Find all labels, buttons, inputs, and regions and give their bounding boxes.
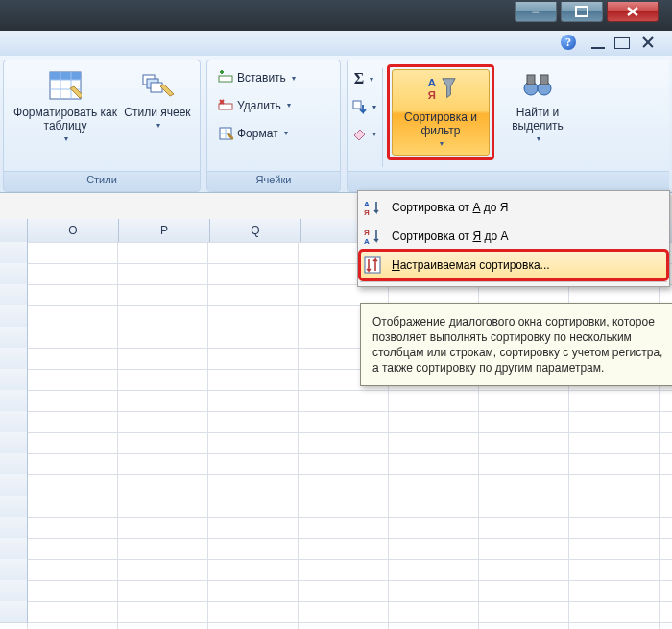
row-header[interactable] [0, 390, 28, 412]
insert-label: Вставить [237, 71, 286, 85]
sort-filter-icon: А Я [424, 74, 457, 107]
ribbon-group-styles-label: Стили [4, 171, 200, 191]
format-as-table-icon [49, 69, 82, 102]
sort-filter-label: Сортировка и фильтр [395, 110, 487, 137]
format-icon [218, 126, 233, 141]
custom-sort-icon [363, 255, 382, 275]
menu-sort-za[interactable]: Я А Сортировка от Я до А [360, 222, 667, 251]
tooltip-text: Отображение диалогового окна сортировки,… [372, 315, 662, 375]
row-header[interactable] [0, 284, 28, 306]
menu-sort-az[interactable]: А Я Сортировка от А до Я [360, 193, 667, 222]
menu-sort-za-label: Сортировка от Я до А [392, 230, 508, 243]
svg-text:А: А [428, 77, 436, 88]
ribbon-close-button[interactable] [641, 37, 655, 47]
close-icon [626, 6, 639, 17]
row-header[interactable] [0, 580, 28, 602]
select-all-corner[interactable] [0, 219, 28, 242]
svg-text:А: А [364, 237, 370, 245]
svg-text:Я: Я [428, 89, 436, 101]
sort-and-filter-button[interactable]: А Я Сортировка и фильтр▾ [392, 69, 490, 156]
svg-rect-20 [365, 257, 380, 273]
binoculars-icon [521, 69, 554, 102]
clear-button[interactable]: ▾ [347, 123, 381, 144]
row-header[interactable] [0, 263, 28, 285]
row-header[interactable] [0, 369, 28, 391]
cell-styles-label: Стили ячеек [124, 106, 190, 119]
svg-text:Я: Я [364, 229, 370, 237]
format-as-table-button[interactable]: Форматировать как таблицу▾ [10, 64, 121, 151]
row-header[interactable] [0, 496, 28, 518]
find-select-button[interactable]: Найти и выделить▾ [494, 64, 581, 151]
svg-rect-2 [50, 72, 81, 80]
autosum-button[interactable]: Σ▾ [349, 67, 378, 90]
menu-sort-az-label: Сортировка от А до Я [392, 201, 508, 214]
sort-az-icon: А Я [363, 198, 382, 217]
column-header[interactable]: O [28, 219, 119, 242]
ribbon-group-editing: Σ▾ ▾ ▾ [347, 60, 669, 192]
window-maximize-button[interactable] [561, 2, 603, 22]
find-select-label: Найти и выделить [497, 106, 578, 133]
format-as-table-label: Форматировать как таблицу [12, 106, 118, 133]
svg-rect-15 [540, 75, 548, 85]
help-icon[interactable]: ? [561, 35, 576, 50]
insert-button[interactable]: Вставить▾ [213, 67, 334, 88]
ribbon-minimize-button[interactable] [591, 37, 605, 49]
format-button[interactable]: Формат▾ [213, 123, 334, 144]
tooltip: Отображение диалогового окна сортировки,… [360, 303, 672, 386]
row-header[interactable] [0, 348, 28, 370]
sort-za-icon: Я А [363, 227, 382, 246]
window-minimize-button[interactable]: – [515, 2, 557, 22]
svg-text:Я: Я [364, 208, 370, 216]
ribbon-group-editing-label [348, 171, 669, 191]
sigma-icon: Σ [354, 70, 364, 87]
delete-row-icon [218, 98, 233, 113]
row-header[interactable] [0, 474, 28, 496]
sort-filter-highlight: А Я Сортировка и фильтр▾ [387, 64, 494, 160]
row-header[interactable] [0, 411, 28, 433]
window-buttons: – [515, 2, 659, 22]
delete-button[interactable]: Удалить▾ [213, 95, 334, 116]
ribbon-group-styles: Форматировать как таблицу▾ Стили ячеек▾ … [3, 60, 201, 192]
row-header[interactable] [0, 432, 28, 454]
cell-grid[interactable] [27, 242, 672, 629]
svg-rect-7 [219, 104, 232, 109]
row-header[interactable] [0, 305, 28, 327]
menu-custom-sort-label: Настраиваемая сортировка... [392, 258, 550, 272]
svg-rect-5 [151, 83, 162, 92]
svg-rect-14 [527, 75, 535, 85]
svg-rect-6 [219, 76, 232, 82]
column-header[interactable]: P [119, 219, 210, 242]
sort-filter-menu: А Я Сортировка от А до Я Я А Сортировка … [357, 190, 670, 287]
quick-access-bar: ? [0, 31, 672, 57]
row-header[interactable] [0, 601, 28, 623]
cell-styles-button[interactable]: Стили ячеек▾ [121, 64, 194, 137]
format-label: Формат [237, 127, 278, 140]
row-header[interactable] [0, 559, 28, 581]
svg-rect-0 [576, 7, 588, 16]
svg-rect-9 [353, 101, 361, 109]
window-close-button[interactable] [607, 2, 659, 22]
ribbon-group-cells: Вставить▾ Удалить▾ Формат▾ [206, 60, 341, 192]
row-header[interactable] [0, 453, 28, 475]
column-header[interactable]: Q [210, 219, 301, 242]
fill-button[interactable]: ▾ [347, 96, 381, 117]
row-header[interactable] [0, 538, 28, 560]
fill-down-icon [351, 99, 367, 114]
row-header[interactable] [0, 517, 28, 539]
row-header[interactable] [0, 327, 28, 349]
ribbon: Форматировать как таблицу▾ Стили ячеек▾ … [0, 56, 672, 193]
ribbon-group-cells-label: Ячейки [207, 171, 340, 191]
maximize-icon [575, 6, 588, 17]
insert-row-icon [218, 70, 233, 85]
eraser-icon [351, 126, 367, 141]
menu-custom-sort[interactable]: Настраиваемая сортировка... [360, 251, 667, 279]
row-header[interactable] [0, 242, 28, 264]
title-bar: – [0, 0, 672, 31]
svg-text:А: А [364, 200, 370, 208]
delete-label: Удалить [237, 99, 281, 112]
cell-styles-icon [141, 69, 174, 102]
ribbon-restore-button[interactable] [614, 37, 630, 49]
minimize-label: – [532, 5, 540, 18]
